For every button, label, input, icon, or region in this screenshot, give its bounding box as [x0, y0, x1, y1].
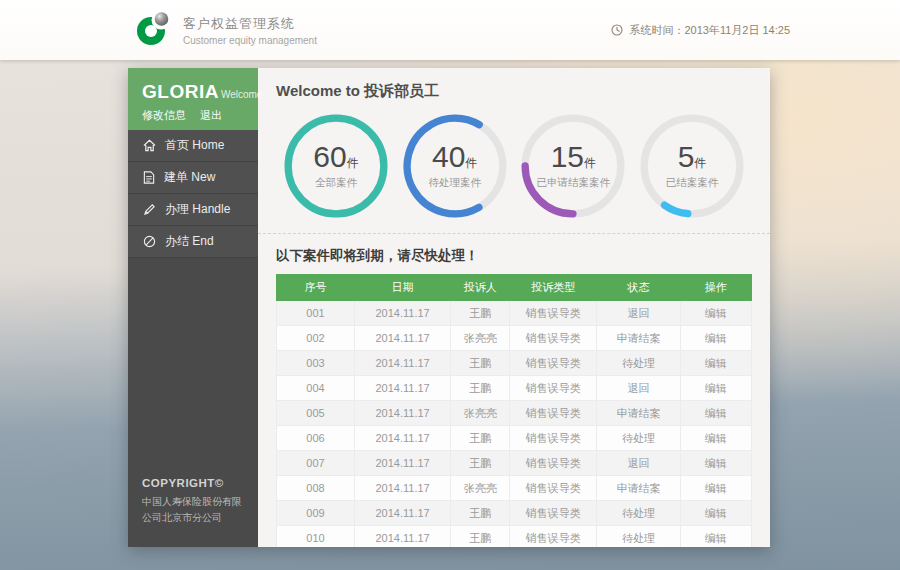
sidebar: GLORIAWelcome 修改信息 退出 首页 Home 建单 New	[128, 68, 258, 547]
edit-link[interactable]: 编辑	[680, 326, 751, 351]
edit-link[interactable]: 编辑	[680, 376, 751, 401]
table-cell: 2014.11.17	[354, 301, 450, 326]
main-card: GLORIAWelcome 修改信息 退出 首页 Home 建单 New	[128, 68, 770, 547]
table-cell: 退回	[597, 451, 681, 476]
table-cell: 销售误导类	[510, 476, 597, 501]
table-header-row: 序号日期投诉人投诉类型状态操作	[277, 275, 752, 301]
table-cell: 002	[277, 326, 355, 351]
table-cell: 2014.11.17	[354, 501, 450, 526]
table-cell: 王鹏	[451, 426, 510, 451]
table-row: 0072014.11.17王鹏销售误导类退回编辑	[277, 451, 752, 476]
table-cell: 张亮亮	[451, 401, 510, 426]
stat-value: 15	[551, 140, 584, 173]
table-cell: 申请结案	[597, 401, 681, 426]
table-row: 0082014.11.17张亮亮销售误导类申请结案编辑	[277, 476, 752, 501]
table-row: 0092014.11.17王鹏销售误导类待处理编辑	[277, 501, 752, 526]
app-subtitle: Customer equity management	[183, 35, 317, 46]
table-row: 0022014.11.17张亮亮销售误导类申请结案编辑	[277, 326, 752, 351]
edit-link[interactable]: 编辑	[680, 351, 751, 376]
table-cell: 待处理	[597, 426, 681, 451]
app-title: 客户权益管理系统	[183, 15, 317, 33]
system-time: 系统时间：2013年11月2日 14:25	[611, 23, 790, 38]
donut-pending-cases: 40件 待处理案件	[403, 114, 507, 218]
table-cell: 001	[277, 301, 355, 326]
table-cell: 2014.11.17	[354, 426, 450, 451]
sidebar-menu: 首页 Home 建单 New 办理 Handle	[128, 130, 258, 258]
table-cell: 007	[277, 451, 355, 476]
dashed-divider	[258, 233, 770, 234]
table-cell: 销售误导类	[510, 326, 597, 351]
table-row: 0012014.11.17王鹏销售误导类退回编辑	[277, 301, 752, 326]
sidebar-item-end[interactable]: 办结 End	[128, 226, 258, 258]
copyright-company: 中国人寿保险股份有限公司北京市分公司	[142, 494, 250, 525]
stat-unit: 件	[584, 156, 596, 170]
table-row: 0042014.11.17王鹏销售误导类退回编辑	[277, 376, 752, 401]
stat-unit: 件	[694, 156, 706, 170]
copyright-title: COPYRIGHT©	[142, 477, 250, 489]
system-time-text: 系统时间：2013年11月2日 14:25	[629, 23, 790, 38]
table-cell: 退回	[597, 376, 681, 401]
welcome-label: Welcome	[221, 89, 263, 100]
table-row: 0062014.11.17王鹏销售误导类待处理编辑	[277, 426, 752, 451]
table-cell: 王鹏	[451, 501, 510, 526]
table-cell: 2014.11.17	[354, 476, 450, 501]
table-cell: 待处理	[597, 501, 681, 526]
edit-link[interactable]: 编辑	[680, 476, 751, 501]
table-cell: 退回	[597, 301, 681, 326]
table-cell: 待处理	[597, 526, 681, 548]
table-cell: 2014.11.17	[354, 376, 450, 401]
table-cell: 销售误导类	[510, 501, 597, 526]
user-panel: GLORIAWelcome 修改信息 退出	[128, 68, 258, 130]
table-cell: 销售误导类	[510, 376, 597, 401]
table-cell: 008	[277, 476, 355, 501]
table-cell: 申请结案	[597, 476, 681, 501]
logout-link[interactable]: 退出	[200, 108, 222, 123]
sidebar-item-label: 首页 Home	[165, 137, 224, 154]
table-cell: 待处理	[597, 351, 681, 376]
table-cell: 010	[277, 526, 355, 548]
column-header: 操作	[680, 275, 751, 301]
edit-link[interactable]: 编辑	[680, 451, 751, 476]
welcome-title: Welcome to 投诉部员工	[276, 82, 752, 101]
table-cell: 009	[277, 501, 355, 526]
stat-label: 已结案案件	[666, 176, 719, 190]
stats-row: 60件 全部案件 40件 待处理案件	[276, 114, 752, 218]
column-header: 投诉人	[451, 275, 510, 301]
table-row: 0102014.11.17王鹏销售误导类待处理编辑	[277, 526, 752, 548]
sidebar-item-label: 办结 End	[165, 233, 214, 250]
edit-link[interactable]: 编辑	[680, 401, 751, 426]
edit-link[interactable]: 编辑	[680, 501, 751, 526]
table-cell: 006	[277, 426, 355, 451]
stat-value: 5	[678, 140, 695, 173]
sidebar-item-home[interactable]: 首页 Home	[128, 130, 258, 162]
pencil-icon	[143, 203, 156, 216]
table-cell: 2014.11.17	[354, 526, 450, 548]
stat-label: 已申请结案案件	[537, 176, 611, 190]
table-cell: 销售误导类	[510, 301, 597, 326]
table-cell: 004	[277, 376, 355, 401]
sidebar-item-handle[interactable]: 办理 Handle	[128, 194, 258, 226]
table-cell: 王鹏	[451, 376, 510, 401]
edit-link[interactable]: 编辑	[680, 301, 751, 326]
brand-logo-icon	[135, 10, 173, 50]
sidebar-item-label: 办理 Handle	[165, 201, 230, 218]
sidebar-item-new[interactable]: 建单 New	[128, 162, 258, 194]
table-row: 0052014.11.17张亮亮销售误导类申请结案编辑	[277, 401, 752, 426]
brand: 客户权益管理系统 Customer equity management	[135, 10, 317, 50]
notice-text: 以下案件即将到期，请尽快处理！	[276, 247, 752, 265]
edit-link[interactable]: 编辑	[680, 426, 751, 451]
username: GLORIA	[142, 81, 219, 102]
stat-label: 全部案件	[315, 176, 357, 190]
table-cell: 销售误导类	[510, 426, 597, 451]
table-cell: 张亮亮	[451, 476, 510, 501]
stat-unit: 件	[465, 156, 477, 170]
table-cell: 销售误导类	[510, 351, 597, 376]
content-panel: Welcome to 投诉部员工 60件 全部案件 40件	[258, 68, 770, 547]
donut-all-cases: 60件 全部案件	[284, 114, 388, 218]
edit-info-link[interactable]: 修改信息	[142, 108, 186, 123]
copyright: COPYRIGHT© 中国人寿保险股份有限公司北京市分公司	[142, 477, 250, 525]
table-cell: 003	[277, 351, 355, 376]
edit-link[interactable]: 编辑	[680, 526, 751, 548]
stat-value: 60	[313, 140, 346, 173]
app-header: 客户权益管理系统 Customer equity management 系统时间…	[0, 0, 900, 60]
